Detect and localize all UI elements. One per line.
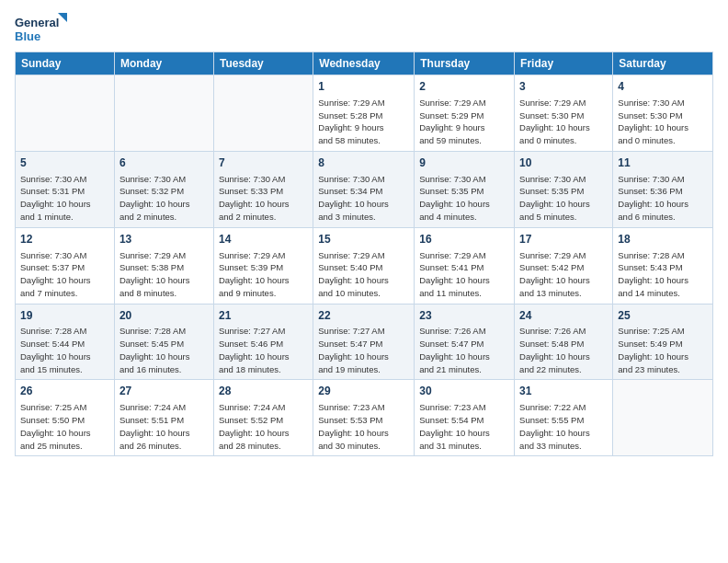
day-number: 18 bbox=[618, 232, 708, 247]
day-cell: 24Sunrise: 7:26 AM Sunset: 5:48 PM Dayli… bbox=[515, 304, 613, 380]
week-row-1: 5Sunrise: 7:30 AM Sunset: 5:31 PM Daylig… bbox=[16, 151, 713, 227]
day-number: 15 bbox=[318, 232, 409, 247]
svg-text:General: General bbox=[15, 16, 59, 29]
day-cell: 13Sunrise: 7:29 AM Sunset: 5:38 PM Dayli… bbox=[114, 227, 213, 304]
svg-marker-2 bbox=[58, 13, 67, 22]
header-cell-friday: Friday bbox=[515, 52, 613, 75]
day-number: 20 bbox=[119, 308, 209, 324]
day-cell bbox=[613, 380, 713, 456]
day-number: 17 bbox=[519, 232, 608, 247]
day-info: Sunrise: 7:29 AM Sunset: 5:30 PM Dayligh… bbox=[519, 97, 608, 147]
day-cell: 2Sunrise: 7:29 AM Sunset: 5:29 PM Daylig… bbox=[415, 75, 515, 152]
day-cell: 19Sunrise: 7:28 AM Sunset: 5:44 PM Dayli… bbox=[16, 304, 115, 380]
header-cell-monday: Monday bbox=[114, 52, 213, 75]
day-info: Sunrise: 7:27 AM Sunset: 5:46 PM Dayligh… bbox=[219, 325, 308, 375]
day-cell bbox=[114, 75, 213, 152]
day-info: Sunrise: 7:28 AM Sunset: 5:43 PM Dayligh… bbox=[618, 249, 708, 300]
week-row-0: 1Sunrise: 7:29 AM Sunset: 5:28 PM Daylig… bbox=[16, 75, 713, 152]
header-cell-tuesday: Tuesday bbox=[213, 52, 313, 75]
day-number: 16 bbox=[419, 232, 509, 247]
day-info: Sunrise: 7:29 AM Sunset: 5:42 PM Dayligh… bbox=[519, 249, 608, 300]
header-cell-thursday: Thursday bbox=[415, 52, 515, 75]
day-cell: 3Sunrise: 7:29 AM Sunset: 5:30 PM Daylig… bbox=[515, 75, 613, 152]
day-number: 8 bbox=[318, 155, 409, 171]
calendar-header: SundayMondayTuesdayWednesdayThursdayFrid… bbox=[16, 52, 713, 75]
day-number: 10 bbox=[519, 155, 608, 171]
day-number: 5 bbox=[20, 155, 109, 171]
day-cell: 14Sunrise: 7:29 AM Sunset: 5:39 PM Dayli… bbox=[213, 227, 313, 304]
day-number: 13 bbox=[119, 232, 209, 247]
day-number: 14 bbox=[219, 232, 308, 247]
day-cell: 21Sunrise: 7:27 AM Sunset: 5:46 PM Dayli… bbox=[213, 304, 313, 380]
day-info: Sunrise: 7:23 AM Sunset: 5:53 PM Dayligh… bbox=[318, 401, 409, 452]
day-info: Sunrise: 7:25 AM Sunset: 5:50 PM Dayligh… bbox=[20, 401, 109, 452]
day-number: 28 bbox=[219, 384, 308, 399]
day-number: 11 bbox=[618, 155, 708, 171]
day-cell: 15Sunrise: 7:29 AM Sunset: 5:40 PM Dayli… bbox=[313, 227, 415, 304]
day-cell: 1Sunrise: 7:29 AM Sunset: 5:28 PM Daylig… bbox=[313, 75, 415, 152]
day-number: 12 bbox=[20, 232, 109, 247]
day-number: 9 bbox=[419, 155, 509, 171]
day-info: Sunrise: 7:29 AM Sunset: 5:28 PM Dayligh… bbox=[318, 97, 409, 147]
day-info: Sunrise: 7:28 AM Sunset: 5:44 PM Dayligh… bbox=[20, 325, 109, 375]
day-cell: 27Sunrise: 7:24 AM Sunset: 5:51 PM Dayli… bbox=[114, 380, 213, 456]
day-cell bbox=[213, 75, 313, 152]
day-info: Sunrise: 7:29 AM Sunset: 5:39 PM Dayligh… bbox=[219, 249, 308, 300]
day-cell: 12Sunrise: 7:30 AM Sunset: 5:37 PM Dayli… bbox=[16, 227, 115, 304]
day-cell: 11Sunrise: 7:30 AM Sunset: 5:36 PM Dayli… bbox=[613, 151, 713, 227]
logo-svg: General Blue bbox=[15, 11, 70, 46]
day-info: Sunrise: 7:30 AM Sunset: 5:32 PM Dayligh… bbox=[119, 173, 209, 224]
day-cell: 7Sunrise: 7:30 AM Sunset: 5:33 PM Daylig… bbox=[213, 151, 313, 227]
calendar-table: SundayMondayTuesdayWednesdayThursdayFrid… bbox=[15, 52, 713, 456]
day-info: Sunrise: 7:28 AM Sunset: 5:45 PM Dayligh… bbox=[119, 325, 209, 375]
day-info: Sunrise: 7:29 AM Sunset: 5:29 PM Dayligh… bbox=[419, 97, 509, 147]
day-cell: 5Sunrise: 7:30 AM Sunset: 5:31 PM Daylig… bbox=[16, 151, 115, 227]
header-cell-wednesday: Wednesday bbox=[313, 52, 415, 75]
day-cell: 8Sunrise: 7:30 AM Sunset: 5:34 PM Daylig… bbox=[313, 151, 415, 227]
day-number: 4 bbox=[618, 79, 708, 95]
day-cell: 29Sunrise: 7:23 AM Sunset: 5:53 PM Dayli… bbox=[313, 380, 415, 456]
day-cell: 26Sunrise: 7:25 AM Sunset: 5:50 PM Dayli… bbox=[16, 380, 115, 456]
day-info: Sunrise: 7:30 AM Sunset: 5:33 PM Dayligh… bbox=[219, 173, 308, 224]
day-number: 7 bbox=[219, 155, 308, 171]
day-number: 29 bbox=[318, 384, 409, 399]
day-number: 3 bbox=[519, 79, 608, 95]
day-info: Sunrise: 7:30 AM Sunset: 5:37 PM Dayligh… bbox=[20, 249, 109, 300]
header-row: SundayMondayTuesdayWednesdayThursdayFrid… bbox=[16, 52, 713, 75]
header: General Blue bbox=[15, 11, 713, 46]
week-row-3: 19Sunrise: 7:28 AM Sunset: 5:44 PM Dayli… bbox=[16, 304, 713, 380]
day-info: Sunrise: 7:24 AM Sunset: 5:52 PM Dayligh… bbox=[219, 401, 308, 452]
week-row-2: 12Sunrise: 7:30 AM Sunset: 5:37 PM Dayli… bbox=[16, 227, 713, 304]
day-cell: 16Sunrise: 7:29 AM Sunset: 5:41 PM Dayli… bbox=[415, 227, 515, 304]
day-info: Sunrise: 7:24 AM Sunset: 5:51 PM Dayligh… bbox=[119, 401, 209, 452]
day-info: Sunrise: 7:26 AM Sunset: 5:48 PM Dayligh… bbox=[519, 325, 608, 375]
day-info: Sunrise: 7:29 AM Sunset: 5:40 PM Dayligh… bbox=[318, 249, 409, 300]
day-cell: 22Sunrise: 7:27 AM Sunset: 5:47 PM Dayli… bbox=[313, 304, 415, 380]
day-number: 2 bbox=[419, 79, 509, 95]
day-cell: 23Sunrise: 7:26 AM Sunset: 5:47 PM Dayli… bbox=[415, 304, 515, 380]
day-info: Sunrise: 7:26 AM Sunset: 5:47 PM Dayligh… bbox=[419, 325, 509, 375]
day-cell: 6Sunrise: 7:30 AM Sunset: 5:32 PM Daylig… bbox=[114, 151, 213, 227]
day-number: 31 bbox=[519, 384, 608, 399]
day-cell: 17Sunrise: 7:29 AM Sunset: 5:42 PM Dayli… bbox=[515, 227, 613, 304]
day-info: Sunrise: 7:25 AM Sunset: 5:49 PM Dayligh… bbox=[618, 325, 708, 375]
day-info: Sunrise: 7:27 AM Sunset: 5:47 PM Dayligh… bbox=[318, 325, 409, 375]
week-row-4: 26Sunrise: 7:25 AM Sunset: 5:50 PM Dayli… bbox=[16, 380, 713, 456]
day-number: 24 bbox=[519, 308, 608, 324]
day-number: 19 bbox=[20, 308, 109, 324]
logo: General Blue bbox=[15, 11, 70, 46]
day-number: 1 bbox=[318, 79, 409, 95]
day-info: Sunrise: 7:30 AM Sunset: 5:35 PM Dayligh… bbox=[419, 173, 509, 224]
day-number: 27 bbox=[119, 384, 209, 399]
day-number: 25 bbox=[618, 308, 708, 324]
day-number: 30 bbox=[419, 384, 509, 399]
day-cell: 28Sunrise: 7:24 AM Sunset: 5:52 PM Dayli… bbox=[213, 380, 313, 456]
day-cell: 4Sunrise: 7:30 AM Sunset: 5:30 PM Daylig… bbox=[613, 75, 713, 152]
day-cell: 31Sunrise: 7:22 AM Sunset: 5:55 PM Dayli… bbox=[515, 380, 613, 456]
day-number: 6 bbox=[119, 155, 209, 171]
day-number: 22 bbox=[318, 308, 409, 324]
day-cell: 30Sunrise: 7:23 AM Sunset: 5:54 PM Dayli… bbox=[415, 380, 515, 456]
day-cell: 9Sunrise: 7:30 AM Sunset: 5:35 PM Daylig… bbox=[415, 151, 515, 227]
day-info: Sunrise: 7:22 AM Sunset: 5:55 PM Dayligh… bbox=[519, 401, 608, 452]
calendar-body: 1Sunrise: 7:29 AM Sunset: 5:28 PM Daylig… bbox=[16, 75, 713, 456]
